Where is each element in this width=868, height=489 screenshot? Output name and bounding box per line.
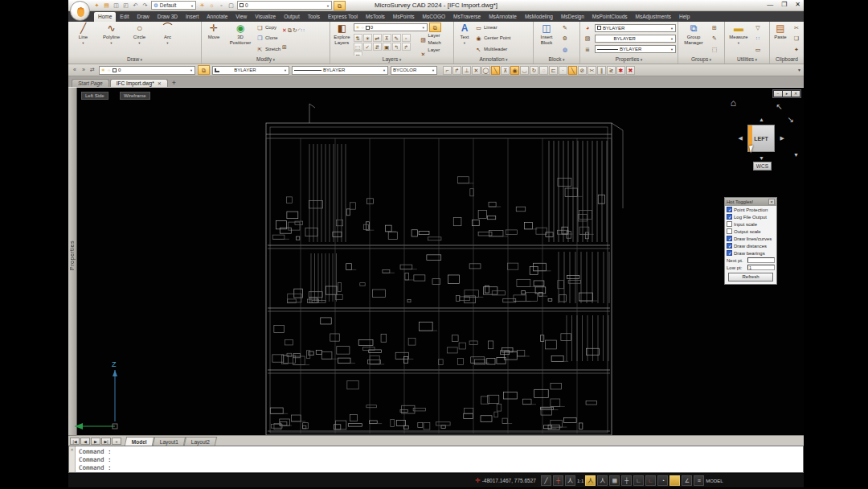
rotate-icon[interactable]: ↻ [293, 27, 297, 34]
layer-merge-icon[interactable]: ▣ [383, 43, 391, 51]
group-select-icon[interactable]: ⬚ [712, 46, 718, 53]
ribbon-tab[interactable]: MsAnnotate [485, 12, 521, 22]
rotate-view-down-icon[interactable]: ↘ [788, 115, 794, 124]
layer-off-icon[interactable]: ▫ [402, 34, 411, 42]
ribbon-tab[interactable]: Annotate [203, 12, 231, 22]
layer-edit-icon[interactable]: ✎ [392, 34, 401, 42]
pan-right-icon[interactable]: ▼ [793, 152, 799, 158]
next-tab-button[interactable]: ▶ [91, 438, 100, 445]
layout-tab[interactable]: Model [125, 437, 154, 446]
etrack-toggle-icon[interactable]: ◔ [657, 475, 668, 486]
annotation-scale-icon[interactable]: 人 [565, 475, 575, 486]
color-wheel-icon[interactable]: ◕ [586, 24, 589, 31]
3d-positioner-button[interactable]: ◉3D Positioner [226, 23, 255, 55]
layer-manager-button[interactable]: ⧉ [429, 23, 441, 32]
annotation-visibility-icon[interactable]: 人 [585, 475, 596, 486]
linetype-combo[interactable]: BYLAYER [292, 66, 388, 75]
ribbon-tab[interactable]: Edit [116, 12, 133, 22]
layer-on-icon[interactable]: ⇅ [354, 34, 362, 42]
checkbox[interactable] [727, 243, 732, 249]
panel-close-button[interactable]: ✕ [792, 91, 800, 97]
explore-layers-button[interactable]: ◧Explore Layers [332, 23, 352, 55]
paste-special-icon[interactable]: ✦ [794, 46, 799, 53]
workspace-combo[interactable]: ⚙ Default [151, 1, 196, 10]
hot-toggle-item[interactable]: Input scale [725, 220, 776, 228]
open-button[interactable]: ▤ [102, 1, 111, 10]
lwt-toggle-icon[interactable]: ≡ [694, 475, 704, 486]
mirror-icon[interactable]: ⧉ [288, 27, 292, 34]
explode-icon[interactable]: ⊞ [282, 43, 287, 51]
layer-isolate-icon[interactable]: ⇄ [373, 34, 382, 42]
match-properties-icon[interactable]: ▨ [585, 35, 591, 42]
panel-label[interactable]: Block [534, 55, 579, 64]
cube-arrow-up-icon[interactable]: ▲ [759, 117, 764, 122]
hot-toggle-item[interactable]: Point Protection [725, 206, 776, 213]
snap-quick-icon[interactable]: ✂ [588, 66, 596, 75]
ribbon-tab[interactable]: MsPoints [389, 12, 419, 22]
layer-walk-button[interactable]: ⇄ [88, 67, 96, 73]
draw-order-icon[interactable]: ╱ [541, 475, 551, 486]
layer-previous-button[interactable]: « [71, 67, 79, 73]
snap-rotate-icon[interactable]: ↻ [530, 66, 538, 75]
prev-tab-button[interactable]: ◀ [80, 438, 90, 445]
ribbon-tab[interactable]: Visualize [251, 12, 280, 22]
snap-insert-icon[interactable]: ⊏ [549, 66, 558, 75]
array-icon[interactable]: ∷ [301, 27, 304, 34]
cube-arrow-left-icon[interactable]: ◀ [739, 135, 743, 142]
layer-explorer-quick-button[interactable]: ⧉ [334, 1, 346, 10]
save-button[interactable]: ◫ [112, 1, 121, 10]
insert-block-button[interactable]: ◫Insert Block [535, 23, 558, 55]
layer-list-combo[interactable]: ☀ ☼ 0 [354, 23, 428, 31]
visual-style-label[interactable]: Wireframe [120, 92, 150, 100]
annotation-tool-button[interactable]: ▭Linear [475, 24, 512, 31]
layer-delete-button[interactable]: ✕Layer Delete [420, 47, 452, 55]
panel-label[interactable]: Layers [330, 55, 453, 64]
panel-expand-button[interactable]: ▸ [783, 91, 791, 97]
draw-tool-button[interactable]: ○Circle [126, 23, 153, 55]
layer-freeze-icon[interactable]: ⬚ [354, 43, 362, 51]
layout-tab[interactable]: Layout1 [153, 437, 186, 446]
ribbon-tab[interactable]: MsPointClouds [588, 12, 632, 22]
layer-color-icon[interactable]: ▢ [227, 1, 235, 10]
ribbon-tab[interactable]: MsTools [362, 12, 389, 22]
esnap-toggle-icon[interactable]: ▪ [669, 475, 680, 486]
next-point-input[interactable] [747, 257, 775, 263]
color-combo[interactable]: BYCOLOR [391, 66, 437, 75]
draw-tool-button[interactable]: ╱Line [70, 23, 96, 55]
panel-label[interactable]: Modify [202, 55, 330, 64]
grid-toggle-icon[interactable]: ▦ [609, 475, 620, 486]
unlock-icon[interactable]: ▫ [217, 1, 226, 10]
stretch-button[interactable]: ⇱Stretch [256, 46, 280, 53]
block-attributes-icon[interactable]: ⚙ [563, 35, 567, 42]
draw-tool-button[interactable]: ∿Polyline [98, 23, 125, 55]
layer-lock-icon[interactable]: ⊼ [383, 34, 391, 42]
view-label[interactable]: Left Side [81, 92, 108, 100]
quick-select-icon[interactable]: ▽ [755, 24, 760, 31]
id-point-icon[interactable]: ▭ [755, 46, 761, 53]
ribbon-tab[interactable]: Express Tool [324, 12, 362, 22]
new-document-button[interactable]: + [169, 79, 179, 87]
paste-button[interactable]: ▤Paste [772, 23, 789, 55]
hot-toggle-item[interactable]: Log File Output [725, 213, 776, 220]
lineweight-combo[interactable]: BYLAYER [212, 66, 289, 75]
snap-toggle-icon[interactable]: ╲ [568, 66, 577, 75]
layer-prev-icon[interactable]: ⇵ [373, 43, 382, 51]
hot-toggle-item[interactable]: Output scale [725, 228, 776, 235]
lineweight-combo[interactable]: BYLAYER [595, 35, 676, 43]
first-tab-button[interactable]: |◀ [70, 438, 80, 445]
linetype-combo[interactable]: BYLAYER [595, 45, 676, 53]
move-button[interactable]: ✛Move [203, 23, 224, 55]
new-button[interactable]: ✦ [92, 1, 101, 10]
panel-label[interactable]: Clipboard [770, 55, 804, 64]
last-tab-button[interactable]: ▶| [101, 438, 111, 445]
close-icon[interactable]: ✕ [768, 199, 775, 205]
ribbon-tab[interactable]: MsCOGO [419, 12, 450, 22]
lamp-on-icon[interactable]: ☀ [198, 1, 207, 10]
text-button[interactable]: AText [456, 23, 473, 55]
ribbon-tab[interactable]: View [231, 12, 251, 22]
panel-label[interactable]: Annotation [454, 55, 533, 64]
redo-button[interactable]: ↷ [141, 1, 149, 10]
snap-center-icon[interactable]: ◉ [510, 66, 519, 75]
document-tab[interactable]: IFC Import.dwg*✕ [110, 79, 168, 87]
undo-button[interactable]: ↶ [131, 1, 140, 10]
